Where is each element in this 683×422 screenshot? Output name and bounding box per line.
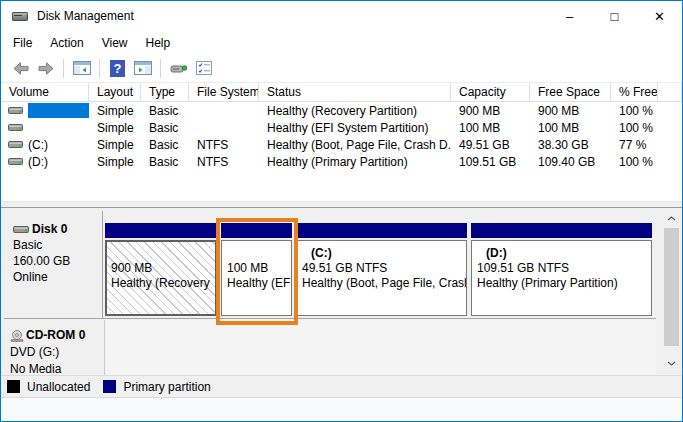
toolbar-separator (160, 59, 161, 78)
cell-layout: Simple (89, 104, 141, 118)
title-bar: Disk Management – □ ✕ (1, 1, 682, 31)
legend-swatch-primary-partition (103, 380, 116, 393)
cell-pct-free: 100 % (611, 104, 658, 118)
partition-size: 49.51 GB NTFS (302, 261, 466, 276)
scroll-up-icon[interactable] (663, 210, 680, 227)
partition-title (111, 246, 215, 261)
legend-label-unallocated: Unallocated (27, 380, 90, 394)
cell-pct-free: 77 % (611, 138, 658, 152)
volume-icon (8, 106, 23, 115)
graphical-view: Disk 0 Basic 160.00 GB Online 900 MB Hea… (1, 208, 682, 375)
show-console-tree-icon[interactable] (69, 57, 94, 80)
toolbar: ? (1, 54, 682, 82)
cell-file-system: NTFS (189, 138, 259, 152)
cell-free-space: 109.40 GB (530, 155, 611, 169)
cell-capacity: 109.51 GB (451, 155, 530, 169)
cdrom-0-row: CD-ROM 0 DVD (G:) No Media (4, 320, 656, 375)
vertical-scrollbar[interactable] (663, 210, 680, 372)
table-row[interactable]: (D:) Simple Basic NTFS Healthy (Primary … (1, 153, 682, 170)
toolbar-separator (99, 59, 100, 78)
partition-status: Healthy (Boot, Page File, Crash (302, 276, 466, 291)
disk-state: Online (13, 269, 102, 285)
disk-size: 160.00 GB (13, 253, 102, 269)
svg-text:?: ? (114, 61, 122, 76)
partition-color-bar (105, 223, 217, 238)
cdrom-strip (105, 320, 656, 375)
cell-capacity: 49.51 GB (451, 138, 530, 152)
disk-management-app-icon (12, 9, 30, 23)
minimize-button[interactable]: – (547, 1, 592, 31)
pane-splitter[interactable] (1, 201, 682, 208)
cell-status: Healthy (Recovery Partition) (259, 104, 451, 118)
column-header-spacer (658, 83, 682, 102)
disk-management-window: Disk Management – □ ✕ File Action View H… (0, 0, 683, 422)
cell-free-space: 900 MB (530, 104, 611, 118)
cell-layout: Simple (89, 155, 141, 169)
column-header-status[interactable]: Status (259, 83, 451, 102)
menu-view[interactable]: View (93, 34, 137, 52)
partition-color-bar (471, 223, 652, 238)
menu-bar: File Action View Help (1, 31, 682, 54)
volume-icon (8, 157, 23, 166)
cdrom-media: DVD (G:) (10, 344, 104, 361)
disk-0-row: Disk 0 Basic 160.00 GB Online 900 MB Hea… (4, 211, 656, 319)
partition-c[interactable]: (C:) 49.51 GB NTFS Healthy (Boot, Page F… (296, 223, 467, 318)
partition-strip: 900 MB Healthy (Recovery 100 MB Healthy … (103, 211, 656, 318)
cell-capacity: 900 MB (451, 104, 530, 118)
scrollbar-thumb[interactable] (664, 228, 679, 346)
cell-pct-free: 100 % (611, 155, 658, 169)
column-header-volume[interactable]: Volume (1, 83, 89, 102)
show-action-pane-icon[interactable] (130, 57, 155, 80)
back-icon[interactable] (8, 57, 33, 80)
cell-free-space: 100 MB (530, 121, 611, 135)
disk-properties-icon[interactable] (166, 57, 191, 80)
legend-label-primary-partition: Primary partition (123, 380, 210, 394)
cell-capacity: 100 MB (451, 121, 530, 135)
forward-icon[interactable] (33, 57, 58, 80)
volume-list: Volume Layout Type File System Status Ca… (1, 82, 682, 201)
column-header-pct-free[interactable]: % Free (611, 83, 658, 102)
column-header-capacity[interactable]: Capacity (451, 83, 530, 102)
cell-file-system: NTFS (189, 155, 259, 169)
cell-layout: Simple (89, 138, 141, 152)
menu-action[interactable]: Action (41, 34, 92, 52)
disk-icon (13, 225, 29, 234)
disk-name: Disk 0 (32, 221, 67, 237)
disk-kind: Basic (13, 237, 102, 253)
menu-file[interactable]: File (4, 34, 41, 52)
disk-0-label-panel[interactable]: Disk 0 Basic 160.00 GB Online (4, 211, 103, 318)
cell-status: Healthy (EFI System Partition) (259, 121, 451, 135)
scroll-down-icon[interactable] (663, 355, 680, 372)
toolbar-separator (63, 59, 64, 78)
checklist-icon[interactable] (191, 57, 216, 80)
volume-icon (8, 140, 23, 149)
partition-recovery[interactable]: 900 MB Healthy (Recovery (105, 223, 217, 318)
column-header-file-system[interactable]: File System (189, 83, 259, 102)
table-row[interactable]: Simple Basic Healthy (Recovery Partition… (1, 102, 682, 119)
cell-type: Basic (141, 104, 189, 118)
cell-pct-free: 100 % (611, 121, 658, 135)
column-header-free-space[interactable]: Free Space (530, 83, 611, 102)
volume-icon (8, 123, 23, 132)
cdrom-0-label-panel[interactable]: CD-ROM 0 DVD (G:) No Media (4, 320, 105, 375)
menu-help[interactable]: Help (137, 34, 180, 52)
cell-type: Basic (141, 155, 189, 169)
table-row[interactable]: Simple Basic Healthy (EFI System Partiti… (1, 119, 682, 136)
column-header-type[interactable]: Type (141, 83, 189, 102)
cell-status: Healthy (Primary Partition) (259, 155, 451, 169)
table-row[interactable]: (C:) Simple Basic NTFS Healthy (Boot, Pa… (1, 136, 682, 153)
volume-name: (D:) (28, 155, 48, 169)
maximize-button[interactable]: □ (592, 1, 637, 31)
close-button[interactable]: ✕ (637, 1, 682, 31)
cdrom-status: No Media (10, 361, 104, 375)
cell-layout: Simple (89, 121, 141, 135)
partition-status: Healthy (Primary Partition) (477, 276, 651, 291)
partition-efi[interactable]: 100 MB Healthy (EF (221, 223, 292, 318)
help-icon[interactable]: ? (105, 57, 130, 80)
volume-name (28, 103, 89, 118)
partition-d[interactable]: (D:) 109.51 GB NTFS Healthy (Primary Par… (471, 223, 652, 318)
cd-icon (10, 330, 24, 342)
column-header-layout[interactable]: Layout (89, 83, 141, 102)
cell-type: Basic (141, 121, 189, 135)
partition-status: Healthy (Recovery (111, 276, 215, 291)
